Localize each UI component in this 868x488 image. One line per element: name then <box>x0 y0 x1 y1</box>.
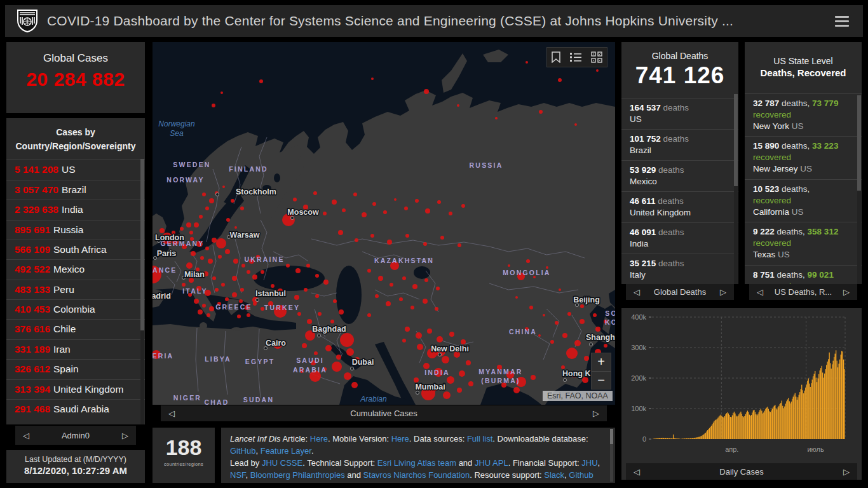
bar[interactable] <box>830 363 831 439</box>
bar[interactable] <box>683 438 684 439</box>
bar[interactable] <box>750 416 750 439</box>
case-dot[interactable] <box>209 198 214 203</box>
case-dot[interactable] <box>387 240 392 245</box>
next-arrow[interactable]: ▷ <box>836 287 857 297</box>
bar[interactable] <box>723 417 724 439</box>
bar[interactable] <box>831 369 832 439</box>
bar[interactable] <box>780 404 780 439</box>
bar[interactable] <box>839 363 839 439</box>
bar[interactable] <box>740 413 740 439</box>
bar[interactable] <box>776 409 776 439</box>
case-dot[interactable] <box>232 276 237 281</box>
bar[interactable] <box>772 409 773 439</box>
bar[interactable] <box>660 438 661 439</box>
bar[interactable] <box>660 438 660 439</box>
bar[interactable] <box>690 438 691 439</box>
bar[interactable] <box>778 406 779 439</box>
case-dot[interactable] <box>378 276 383 281</box>
case-dot[interactable] <box>580 319 585 324</box>
bar[interactable] <box>773 407 773 439</box>
bar[interactable] <box>799 392 800 439</box>
case-dot[interactable] <box>466 360 471 365</box>
case-dot[interactable] <box>580 304 584 308</box>
bar[interactable] <box>696 438 696 439</box>
link[interactable]: Feature Layer <box>261 446 311 456</box>
case-dot[interactable] <box>226 218 230 222</box>
info-scrollbar[interactable] <box>610 429 613 482</box>
bar[interactable] <box>671 438 672 439</box>
case-dot[interactable] <box>231 199 234 203</box>
bar[interactable] <box>820 370 820 439</box>
bar[interactable] <box>667 438 668 439</box>
bar[interactable] <box>734 412 735 439</box>
menu-icon[interactable] <box>835 13 849 29</box>
bar[interactable] <box>658 438 659 439</box>
bar[interactable] <box>677 438 677 439</box>
bar[interactable] <box>743 417 744 439</box>
case-dot[interactable] <box>427 329 432 334</box>
bar[interactable] <box>653 438 654 439</box>
bar[interactable] <box>822 366 822 439</box>
bar[interactable] <box>670 438 670 439</box>
case-dot[interactable] <box>315 294 319 298</box>
bar[interactable] <box>693 438 693 439</box>
case-dot[interactable] <box>449 212 452 215</box>
case-dot[interactable] <box>424 278 428 282</box>
bar[interactable] <box>835 354 836 439</box>
link[interactable]: JHU <box>581 458 597 468</box>
case-dot[interactable] <box>461 339 466 344</box>
bar[interactable] <box>696 437 697 439</box>
bar[interactable] <box>730 417 731 439</box>
bar[interactable] <box>829 353 830 439</box>
bar[interactable] <box>776 409 777 439</box>
bar[interactable] <box>841 351 842 439</box>
link[interactable]: Bloomberg Philanthropies <box>250 470 345 480</box>
case-dot[interactable] <box>508 264 510 267</box>
bar[interactable] <box>765 409 766 439</box>
bar[interactable] <box>707 430 708 439</box>
case-dot[interactable] <box>216 238 226 248</box>
bar[interactable] <box>705 433 706 439</box>
bar[interactable] <box>824 374 825 439</box>
bar[interactable] <box>783 409 784 439</box>
case-dot[interactable] <box>425 208 430 214</box>
link[interactable]: Esri Living Atlas team <box>377 458 456 468</box>
case-dot[interactable] <box>212 238 217 243</box>
case-dot[interactable] <box>513 387 520 393</box>
bookmark-icon[interactable] <box>552 51 560 63</box>
case-dot[interactable] <box>293 198 297 201</box>
bar[interactable] <box>774 406 775 439</box>
bar[interactable] <box>703 435 704 439</box>
case-dot[interactable] <box>383 210 387 214</box>
bar[interactable] <box>738 414 739 439</box>
case-dot[interactable] <box>529 306 533 309</box>
bar[interactable] <box>801 385 802 439</box>
case-dot[interactable] <box>442 356 449 363</box>
prev-arrow[interactable]: ◁ <box>626 287 648 297</box>
bar[interactable] <box>658 438 658 439</box>
case-dot[interactable] <box>232 292 237 297</box>
bar[interactable] <box>801 389 801 439</box>
case-dot[interactable] <box>526 259 530 263</box>
bar[interactable] <box>784 407 785 439</box>
case-dot[interactable] <box>372 202 376 206</box>
bar[interactable] <box>691 438 691 439</box>
case-dot[interactable] <box>370 234 374 238</box>
case-dot[interactable] <box>449 332 454 337</box>
case-dot[interactable] <box>495 117 498 119</box>
case-dot[interactable] <box>186 222 191 227</box>
bar[interactable] <box>721 416 722 439</box>
bar[interactable] <box>767 407 768 439</box>
bar[interactable] <box>666 438 667 439</box>
bar[interactable] <box>654 438 654 439</box>
bar[interactable] <box>740 412 741 439</box>
deaths-scrollbar[interactable] <box>734 94 738 284</box>
case-dot[interactable] <box>562 333 567 338</box>
bar[interactable] <box>684 438 685 439</box>
case-dot[interactable] <box>531 375 536 380</box>
bar[interactable] <box>679 438 680 439</box>
case-dot[interactable] <box>247 313 250 317</box>
case-dot[interactable] <box>574 123 577 126</box>
case-dot[interactable] <box>271 284 275 288</box>
case-dot[interactable] <box>458 243 461 247</box>
